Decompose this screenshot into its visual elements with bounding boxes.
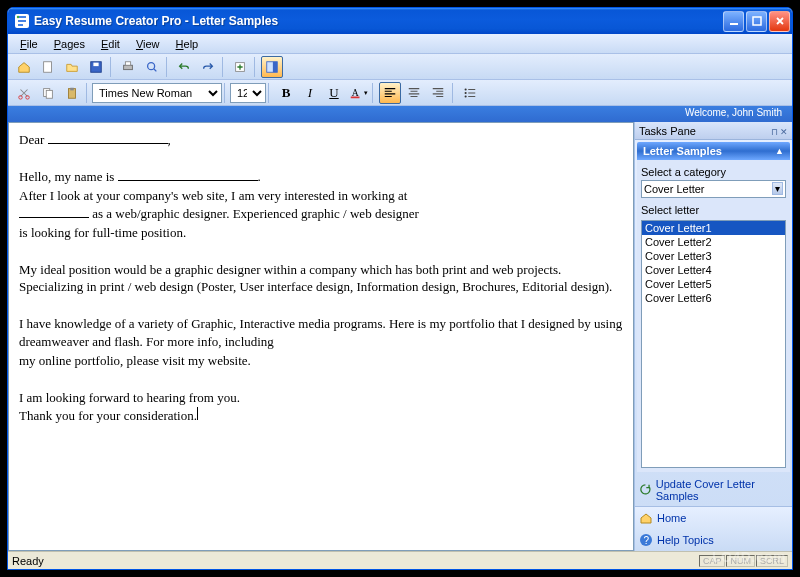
welcome-bar: Welcome, John Smith (8, 106, 792, 122)
refresh-icon (639, 483, 652, 497)
list-item[interactable]: Cover Letter3 (642, 249, 785, 263)
sidebar-footer: Home ? Help Topics (635, 506, 792, 551)
app-window: Easy Resume Creator Pro - Letter Samples… (7, 7, 793, 570)
svg-rect-16 (46, 90, 52, 98)
italic-button[interactable]: I (299, 82, 321, 104)
svg-point-1 (17, 16, 19, 18)
new-button[interactable] (37, 56, 59, 78)
svg-point-23 (465, 95, 467, 97)
save-button[interactable] (85, 56, 107, 78)
paste-button[interactable] (61, 82, 83, 104)
separator (224, 83, 228, 103)
home-icon (639, 511, 653, 525)
panel-title-text: Letter Samples (643, 145, 722, 157)
tasks-close-icon[interactable]: ✕ (780, 127, 788, 137)
collapse-icon: ▲ (775, 146, 784, 156)
letter-listbox[interactable]: Cover Letter1 Cover Letter2 Cover Letter… (641, 220, 786, 468)
maximize-button[interactable] (746, 11, 767, 32)
font-size-select[interactable]: 12 (230, 83, 266, 103)
svg-rect-18 (70, 87, 74, 90)
separator (452, 83, 456, 103)
category-label: Select a category (641, 166, 786, 178)
svg-rect-7 (124, 65, 133, 69)
list-item[interactable]: Cover Letter6 (642, 291, 785, 305)
separator (254, 57, 258, 77)
panel-header[interactable]: Letter Samples ▲ (637, 142, 790, 160)
list-item[interactable]: Cover Letter1 (642, 221, 785, 235)
svg-text:?: ? (644, 535, 650, 546)
menu-pages[interactable]: Pages (46, 36, 93, 52)
update-link[interactable]: Update Cover Letter Samples (635, 474, 792, 506)
tasks-pane-header: Tasks Pane ⊓✕ (635, 122, 792, 140)
pin-icon[interactable]: ⊓ (771, 127, 778, 137)
status-text: Ready (12, 555, 698, 567)
export-button[interactable] (229, 56, 251, 78)
font-color-button[interactable]: A▾ (347, 82, 369, 104)
statusbar: Ready CAP NUM SCRL (8, 551, 792, 569)
svg-rect-4 (44, 61, 52, 72)
minimize-button[interactable] (723, 11, 744, 32)
svg-rect-2 (730, 23, 738, 25)
bold-button[interactable]: B (275, 82, 297, 104)
print-button[interactable] (117, 56, 139, 78)
document-editor[interactable]: Dear , Hello, my name is . After I look … (8, 122, 634, 551)
titlebar: Easy Resume Creator Pro - Letter Samples (8, 8, 792, 34)
close-button[interactable] (769, 11, 790, 32)
blank-company (19, 206, 89, 218)
tasks-pane-label: Tasks Pane (639, 125, 696, 137)
list-item[interactable]: Cover Letter4 (642, 263, 785, 277)
svg-rect-8 (125, 61, 130, 65)
panel-body: Select a category Cover Letter Select le… (637, 160, 790, 472)
toolbar-format: Times New Roman 12 B I U A▾ (8, 80, 792, 106)
svg-point-21 (465, 88, 467, 90)
list-item[interactable]: Cover Letter2 (642, 235, 785, 249)
svg-point-22 (465, 91, 467, 93)
separator (86, 83, 90, 103)
separator (268, 83, 272, 103)
svg-rect-3 (753, 17, 761, 25)
menu-file[interactable]: File (12, 36, 46, 52)
blank-recipient (48, 132, 168, 144)
undo-button[interactable] (173, 56, 195, 78)
num-indicator: NUM (726, 555, 755, 567)
bullets-button[interactable] (459, 82, 481, 104)
window-title: Easy Resume Creator Pro - Letter Samples (34, 14, 721, 28)
separator (372, 83, 376, 103)
content-area: Dear , Hello, my name is . After I look … (8, 122, 792, 551)
svg-point-9 (148, 62, 155, 69)
welcome-text: Welcome, John Smith (685, 107, 782, 118)
font-family-select[interactable]: Times New Roman (92, 83, 222, 103)
preview-button[interactable] (141, 56, 163, 78)
redo-button[interactable] (197, 56, 219, 78)
menu-help[interactable]: Help (168, 36, 207, 52)
home-button[interactable] (13, 56, 35, 78)
toolbar-main (8, 54, 792, 80)
list-item[interactable]: Cover Letter5 (642, 277, 785, 291)
separator (222, 57, 226, 77)
svg-rect-20 (350, 96, 359, 98)
open-button[interactable] (61, 56, 83, 78)
separator (166, 57, 170, 77)
home-link[interactable]: Home (635, 507, 792, 529)
underline-button[interactable]: U (323, 82, 345, 104)
tasks-pane-toggle[interactable] (261, 56, 283, 78)
letter-label: Select letter (641, 204, 786, 216)
scrl-indicator: SCRL (756, 555, 788, 567)
tasks-pane: Tasks Pane ⊓✕ Letter Samples ▲ Select a … (634, 122, 792, 551)
align-left-button[interactable] (379, 82, 401, 104)
copy-button[interactable] (37, 82, 59, 104)
help-topics-link[interactable]: ? Help Topics (635, 529, 792, 551)
menu-view[interactable]: View (128, 36, 168, 52)
blank-name (118, 169, 258, 181)
category-select[interactable]: Cover Letter (641, 180, 786, 198)
svg-rect-12 (273, 61, 277, 72)
cut-button[interactable] (13, 82, 35, 104)
menu-edit[interactable]: Edit (93, 36, 128, 52)
align-right-button[interactable] (427, 82, 449, 104)
caps-indicator: CAP (699, 555, 726, 567)
text-cursor (197, 407, 198, 420)
align-center-button[interactable] (403, 82, 425, 104)
app-icon (14, 13, 30, 29)
svg-rect-6 (93, 62, 98, 66)
svg-text:A: A (351, 86, 358, 97)
